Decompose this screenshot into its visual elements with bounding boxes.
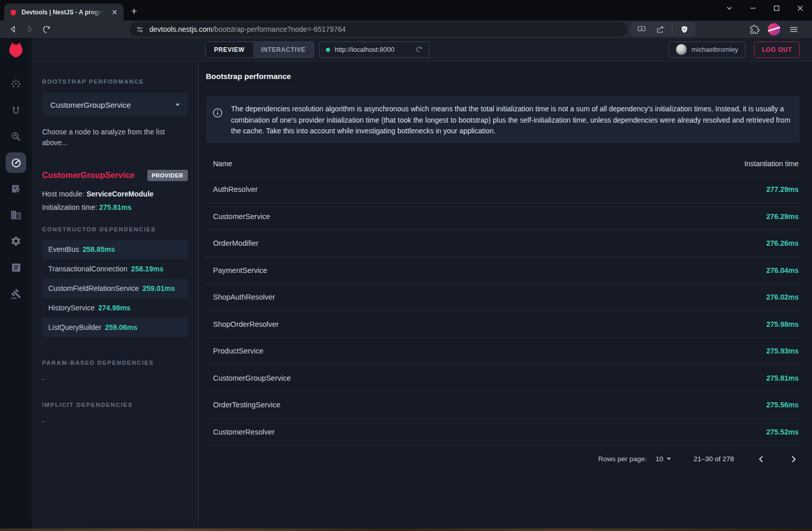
provider-badge: PROVIDER: [147, 170, 188, 181]
online-status-dot: [326, 48, 330, 52]
sidebar-item-settings[interactable]: [6, 231, 26, 251]
sidebar-item-routes[interactable]: [6, 100, 26, 121]
reload-button[interactable]: [40, 23, 53, 36]
browser-tab[interactable]: Devtools | NestJS - A progressive ✕: [4, 4, 124, 21]
selected-node-detail: CustomerGroupService PROVIDER Host modul…: [42, 170, 188, 425]
table-row[interactable]: CustomerService 276.29ms: [206, 203, 800, 230]
dependency-time: 274.98ms: [98, 304, 130, 312]
table-row[interactable]: OrderModifier 276.26ms: [206, 230, 800, 258]
node-select[interactable]: CustomerGroupService: [42, 93, 188, 116]
dependency-name: EventBus: [48, 245, 79, 253]
row-time: 276.02ms: [766, 293, 799, 301]
dependency-item[interactable]: TransactionalConnection 258.19ms: [42, 259, 188, 279]
table-row[interactable]: AuthResolver 277.29ms: [206, 176, 800, 204]
new-tab-button[interactable]: +: [131, 5, 137, 17]
nodes-graph-icon: [10, 78, 22, 90]
tab-search-chevron-icon[interactable]: [718, 0, 741, 16]
helper-text: Choose a node to analyze from the list a…: [42, 127, 170, 148]
share-icon[interactable]: [653, 23, 667, 36]
brave-shield-icon[interactable]: [678, 23, 691, 36]
rows-per-page-label: Rows per page:: [598, 455, 647, 463]
table-row[interactable]: PaymentService 276.04ms: [206, 257, 800, 284]
preview-tab[interactable]: PREVIEW: [206, 42, 253, 57]
row-name: OrderModifier: [213, 239, 766, 247]
sidebar-item-organization[interactable]: [6, 205, 26, 225]
forward-button[interactable]: [23, 23, 36, 36]
dependency-item[interactable]: EventBus 258.85ms: [42, 240, 188, 259]
browser-profile-avatar[interactable]: [768, 23, 780, 35]
nestjs-logo: [0, 38, 32, 62]
row-time: 275.98ms: [766, 320, 799, 328]
interactive-tab[interactable]: INTERACTIVE: [253, 42, 314, 57]
dependency-name: ListQueryBuilder: [48, 323, 102, 331]
tab-close-icon[interactable]: ✕: [109, 8, 120, 17]
dependency-name: HistoryService: [48, 304, 94, 312]
sidebar-item-inspect[interactable]: [6, 126, 26, 147]
devtools-app: PREVIEW INTERACTIVE http://localhost:800…: [0, 38, 812, 528]
refresh-icon[interactable]: [415, 46, 423, 53]
table-row[interactable]: ShopAuthResolver 276.02ms: [206, 284, 800, 311]
rows-per-page-select[interactable]: 10: [655, 455, 671, 463]
dependency-item[interactable]: ListQueryBuilder 259.06ms: [42, 318, 188, 337]
table-body: AuthResolver 277.29ms CustomerService 27…: [206, 176, 800, 446]
browser-window: Devtools | NestJS - A progressive ✕ +: [0, 0, 812, 531]
host-module-value: ServiceCoreModule: [86, 190, 153, 198]
menu-icon[interactable]: [787, 23, 800, 36]
dependency-name: TransactionalConnection: [48, 265, 127, 273]
row-time: 275.56ms: [766, 401, 799, 409]
row-time: 277.29ms: [766, 185, 799, 193]
dependency-name: CustomFieldRelationService: [48, 284, 139, 292]
init-time-line: Initialization time: 275.81ms: [42, 203, 188, 211]
rows-per-page-value: 10: [655, 455, 663, 463]
url-bar[interactable]: devtools.nestjs.com/bootstrap-performanc…: [129, 22, 627, 36]
table-row[interactable]: ShopOrderResolver 275.98ms: [206, 311, 800, 338]
tab-title: Devtools | NestJS - A progressive: [22, 9, 105, 16]
logout-button[interactable]: LOG OUT: [754, 42, 800, 58]
pagination: Rows per page: 10 21–30 of 278: [206, 453, 800, 465]
settings-icon: [10, 235, 22, 247]
table-row[interactable]: OrderTestingService 275.56ms: [206, 392, 800, 419]
row-time: 276.29ms: [766, 212, 799, 221]
dependency-time: 258.85ms: [83, 245, 115, 253]
sidebar-item-bootstrap-performance[interactable]: [6, 152, 26, 173]
row-name: ProductService: [213, 347, 766, 355]
close-button[interactable]: [788, 0, 812, 16]
next-page-button[interactable]: [787, 453, 800, 465]
maximize-button[interactable]: [765, 0, 788, 16]
back-button[interactable]: [7, 23, 20, 36]
table-row[interactable]: CustomerGroupService 275.81ms: [206, 365, 800, 392]
app-header: PREVIEW INTERACTIVE http://localhost:800…: [0, 38, 812, 62]
user-chip[interactable]: michaelbromley: [669, 42, 745, 58]
sidebar-item-nodes-graph[interactable]: [6, 74, 26, 94]
minimize-button[interactable]: [741, 0, 765, 16]
gavel-icon: [11, 288, 22, 299]
table-row[interactable]: CustomerResolver 275.52ms: [206, 419, 800, 446]
performance-table: Name Instantiation time AuthResolver 277…: [206, 152, 800, 446]
sidebar-item-gavel[interactable]: [6, 283, 26, 304]
row-name: ShopOrderResolver: [213, 320, 766, 328]
user-avatar: [676, 44, 687, 55]
dependency-item[interactable]: CustomFieldRelationService 259.01ms: [42, 279, 188, 298]
info-text: The dependencies resolution algorithm is…: [231, 102, 791, 137]
row-name: PaymentService: [213, 266, 766, 274]
target-url-box[interactable]: http://localhost:8000: [319, 42, 430, 58]
url-path: /bootstrap-performance?node=-65179764: [212, 25, 346, 33]
mode-switch: PREVIEW INTERACTIVE: [205, 42, 314, 58]
dependency-item[interactable]: HistoryService 274.98ms: [42, 298, 188, 318]
extensions-icon[interactable]: [748, 23, 761, 36]
column-name: Name: [213, 160, 744, 168]
sidebar-item-document[interactable]: [6, 257, 26, 278]
url-text[interactable]: devtools.nestjs.com/bootstrap-performanc…: [149, 25, 346, 33]
page-title: Bootstrap performance: [206, 72, 800, 81]
sidebar-item-checklist[interactable]: [6, 179, 26, 199]
column-instantiation-time: Instantiation time: [744, 160, 799, 168]
table-row[interactable]: ProductService 275.93ms: [206, 338, 800, 365]
reading-mode-icon[interactable]: [635, 23, 648, 36]
previous-page-button[interactable]: [755, 453, 767, 465]
document-icon: [11, 262, 22, 273]
constructor-deps-list: EventBus 258.85ms TransactionalConnectio…: [42, 240, 188, 337]
row-time: 276.26ms: [766, 239, 799, 247]
site-controls-icon[interactable]: [136, 25, 144, 34]
organization-icon: [10, 209, 22, 221]
row-name: OrderTestingService: [213, 401, 766, 409]
